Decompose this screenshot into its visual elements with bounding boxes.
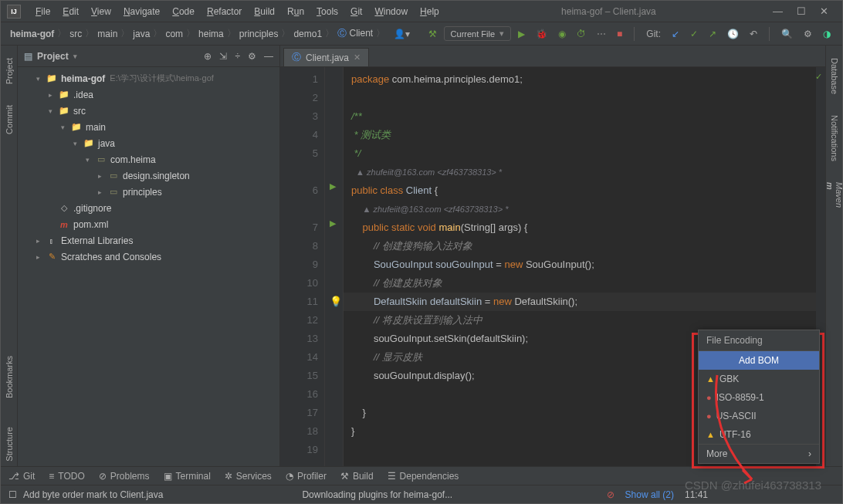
project-tree[interactable]: ▾📁heima-gofE:\学习\设计模式\heima-gof▸📁.idea▾📁… xyxy=(18,67,279,466)
menu-window[interactable]: Window xyxy=(369,5,413,19)
breadcrumb-item[interactable]: heima-gof xyxy=(8,29,56,39)
git-history-icon[interactable]: 🕓 xyxy=(723,27,743,41)
expand-all-icon[interactable]: ⇲ xyxy=(219,51,227,62)
expand-icon[interactable]: ▾ xyxy=(49,107,58,115)
right-tab-database[interactable]: Database xyxy=(829,53,840,99)
menu-run[interactable]: Run xyxy=(282,5,310,19)
tw-todo[interactable]: ≡TODO xyxy=(49,471,84,482)
tw-git[interactable]: ⎇Git xyxy=(8,471,35,482)
run-gutter-icon[interactable]: ▶ xyxy=(330,181,336,191)
tw-dependencies[interactable]: ☰Dependencies xyxy=(388,471,459,482)
close-button[interactable]: ✕ xyxy=(820,5,828,17)
git-revert-icon[interactable]: ↶ xyxy=(746,27,761,41)
left-tab-structure[interactable]: Structure xyxy=(4,422,15,466)
expand-icon[interactable]: ▸ xyxy=(49,91,58,99)
breadcrumb-item[interactable]: Ⓒ Client xyxy=(336,27,374,40)
close-tab-icon[interactable]: ✕ xyxy=(354,52,361,63)
encoding-option[interactable]: ●ISO-8859-1 xyxy=(699,388,819,407)
bc-members-icon[interactable]: 👤▾ xyxy=(390,27,414,41)
tree-row[interactable]: ◇.gitignore xyxy=(18,200,279,216)
ide-icon[interactable]: ◑ xyxy=(819,27,835,41)
coverage-icon[interactable]: ◉ xyxy=(554,27,570,41)
expand-icon[interactable]: ▾ xyxy=(61,123,70,131)
breadcrumb-item[interactable]: heima xyxy=(197,29,225,39)
tree-row[interactable]: ▸▭principles xyxy=(18,184,279,200)
hammer-icon[interactable]: ⚒ xyxy=(425,27,441,41)
breadcrumb-item[interactable]: com xyxy=(164,29,185,39)
tw-build[interactable]: ⚒Build xyxy=(340,471,374,482)
attach-icon[interactable]: ⋯ xyxy=(593,27,610,41)
code-line[interactable]: 💡 DefaultSkiin defaultSkiin = new Defaul… xyxy=(344,293,816,311)
left-tab-commit[interactable]: Commit xyxy=(4,100,15,139)
code-line[interactable]: ▲ zhufeiit@163.com <zf463738313> * xyxy=(351,200,808,218)
line-number-gutter[interactable]: 12345678910111213141516171819 xyxy=(280,67,325,466)
tree-row[interactable]: ▾📁main xyxy=(18,119,279,135)
menu-build[interactable]: Build xyxy=(249,5,280,19)
search-icon[interactable]: 🔍 xyxy=(777,27,797,41)
breadcrumb-item[interactable]: demo1 xyxy=(292,29,323,39)
expand-icon[interactable]: ▸ xyxy=(36,237,46,245)
inspection-ok-icon[interactable]: ✓ xyxy=(815,72,822,82)
code-line[interactable]: // 创建皮肤对象 xyxy=(351,274,808,293)
encoding-option[interactable]: ▲UTF-16 xyxy=(699,425,819,444)
menu-view[interactable]: View xyxy=(86,5,117,19)
menu-edit[interactable]: Edit xyxy=(57,5,84,19)
code-line[interactable]: // 创建搜狗输入法对象 xyxy=(351,237,808,255)
left-tab-project[interactable]: Project xyxy=(4,53,15,89)
select-opened-icon[interactable]: ⊕ xyxy=(204,51,212,62)
run-config-selector[interactable]: Current File ▾ xyxy=(444,26,511,41)
editor-tab-client[interactable]: Ⓒ Client.java ✕ xyxy=(283,48,369,66)
code-line[interactable]: // 将皮肤设置到输入法中 xyxy=(351,311,808,330)
tree-row[interactable]: ▸⫾External Libraries xyxy=(18,232,279,249)
run-gutter[interactable]: ▶▶ xyxy=(325,67,344,466)
project-panel-title[interactable]: ▤ Project ▾ xyxy=(24,51,204,62)
run-gutter-icon[interactable]: ▶ xyxy=(330,218,336,228)
breadcrumb-item[interactable]: principles xyxy=(238,29,280,39)
tree-row[interactable]: ▾📁heima-gofE:\学习\设计模式\heima-gof xyxy=(18,70,279,86)
menu-git[interactable]: Git xyxy=(345,5,367,19)
code-line[interactable]: public static void main(String[] args) { xyxy=(351,218,808,237)
code-line[interactable]: * 测试类 xyxy=(351,126,808,144)
code-line[interactable]: SouGouInput souGouInput = new SouGouInpu… xyxy=(351,255,808,274)
status-show-all[interactable]: Show all (2) xyxy=(625,489,674,500)
code-line[interactable]: package com.heima.principles.demo1; xyxy=(351,70,808,89)
code-line[interactable] xyxy=(351,89,808,107)
panel-settings-icon[interactable]: ⚙ xyxy=(248,51,256,62)
code-line[interactable]: */ xyxy=(351,144,808,163)
stop-icon[interactable]: ■ xyxy=(613,27,626,41)
tree-row[interactable]: ▸📁.idea xyxy=(18,86,279,103)
left-tab-bookmarks[interactable]: Bookmarks xyxy=(4,351,15,403)
tw-terminal[interactable]: ▣Terminal xyxy=(164,471,211,482)
maximize-button[interactable]: ☐ xyxy=(797,5,806,17)
tree-row[interactable]: mpom.xml xyxy=(18,216,279,232)
popup-more[interactable]: More › xyxy=(699,444,819,463)
menu-code[interactable]: Code xyxy=(167,5,200,19)
status-cancel-icon[interactable]: ⊘ xyxy=(607,489,614,500)
expand-icon[interactable]: ▾ xyxy=(73,140,83,147)
breadcrumb-item[interactable]: src xyxy=(68,29,83,39)
code-line[interactable]: public class Client { xyxy=(351,181,808,200)
git-update-icon[interactable]: ↙ xyxy=(668,27,683,41)
git-push-icon[interactable]: ↗ xyxy=(705,27,720,41)
tree-row[interactable]: ▸▭design.singleton xyxy=(18,167,279,184)
intention-bulb-icon[interactable]: 💡 xyxy=(330,293,342,311)
tree-row[interactable]: ▸✎Scratches and Consoles xyxy=(18,249,279,265)
profile-icon[interactable]: ⏱ xyxy=(573,27,590,41)
hide-panel-icon[interactable]: — xyxy=(264,51,273,62)
run-icon[interactable]: ▶ xyxy=(514,27,529,41)
tw-profiler[interactable]: ◔Profiler xyxy=(286,471,327,482)
tree-row[interactable]: ▾📁java xyxy=(18,135,279,151)
tree-row[interactable]: ▾📁src xyxy=(18,103,279,119)
breadcrumb-item[interactable]: java xyxy=(131,29,151,39)
tw-services[interactable]: ✲Services xyxy=(225,471,272,482)
popup-add-bom[interactable]: Add BOM xyxy=(699,351,819,370)
menu-tools[interactable]: Tools xyxy=(311,5,344,19)
code-line[interactable]: ▲ zhufeiit@163.com <zf463738313> * xyxy=(351,163,808,181)
debug-icon[interactable]: 🐞 xyxy=(532,27,551,41)
git-commit-icon[interactable]: ✓ xyxy=(686,27,702,41)
menu-help[interactable]: Help xyxy=(415,5,445,19)
expand-icon[interactable]: ▾ xyxy=(86,156,95,164)
collapse-all-icon[interactable]: ÷ xyxy=(235,51,240,62)
right-tab-notifications[interactable]: Notifications xyxy=(829,110,840,166)
menu-navigate[interactable]: Navigate xyxy=(118,5,165,19)
